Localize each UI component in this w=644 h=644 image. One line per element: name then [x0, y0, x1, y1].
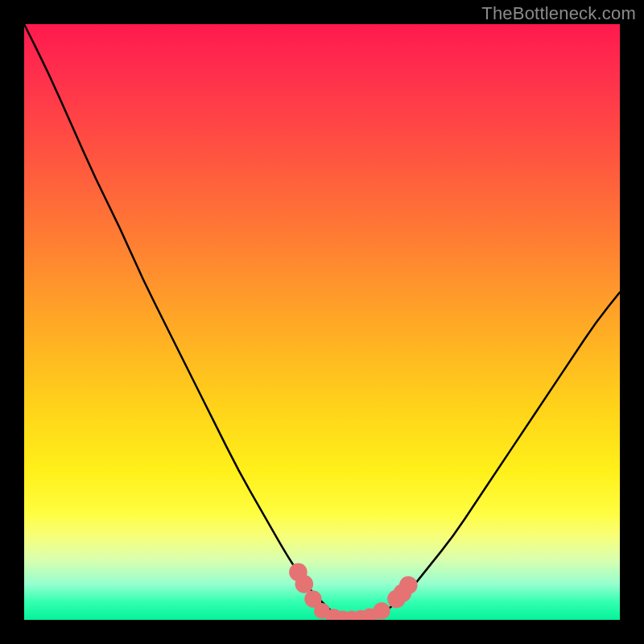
marker-point [373, 602, 390, 619]
watermark-text: TheBottleneck.com [481, 3, 636, 24]
marker-point [295, 575, 314, 593]
plot-area [24, 24, 620, 620]
chart-frame: TheBottleneck.com [0, 0, 644, 644]
chart-svg [24, 24, 620, 620]
marker-point [399, 576, 418, 595]
bottleneck-curve [24, 24, 620, 620]
marker-points-group [289, 564, 417, 621]
